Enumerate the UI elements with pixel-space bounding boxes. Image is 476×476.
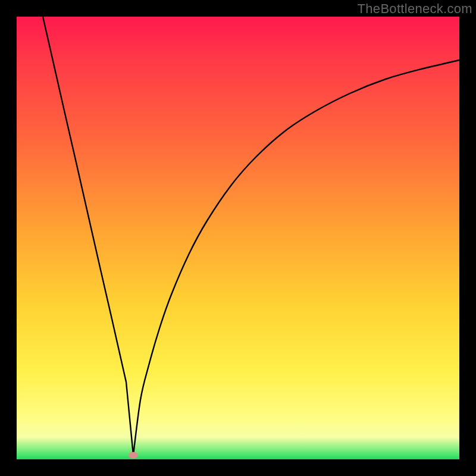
attribution-text: TheBottleneck.com xyxy=(358,1,472,17)
curve-svg xyxy=(17,17,459,459)
min-marker xyxy=(129,452,138,459)
bottleneck-curve xyxy=(43,17,459,455)
plot-area xyxy=(17,17,459,459)
chart-frame: TheBottleneck.com xyxy=(0,0,476,476)
